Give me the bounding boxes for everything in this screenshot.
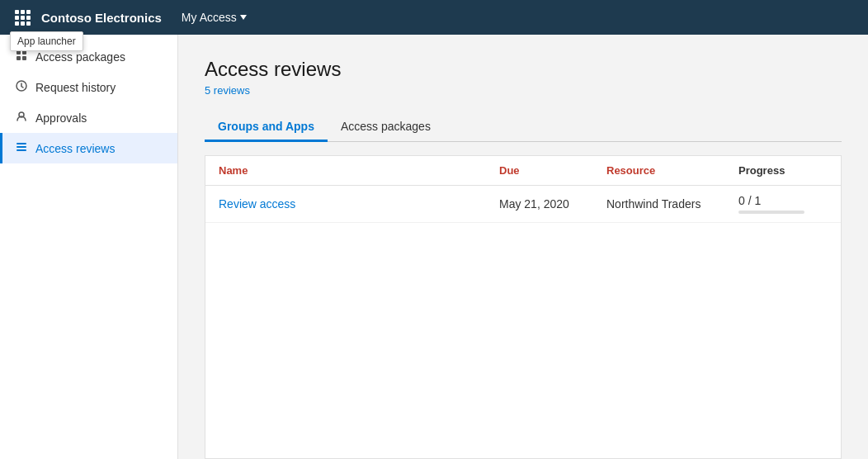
reviews-count[interactable]: 5 reviews <box>205 84 842 97</box>
page-title: Access reviews <box>205 58 842 81</box>
chevron-down-icon <box>240 15 247 20</box>
cell-due: May 21, 2020 <box>486 186 593 223</box>
topnav: App launcher Contoso Electronics My Acce… <box>0 0 868 35</box>
table-header-row: Name Due Resource Progress <box>205 156 841 186</box>
cell-progress: 0 / 1 <box>725 186 841 223</box>
sidebar-label-approvals: Approvals <box>35 111 87 125</box>
sidebar-label-access-reviews: Access reviews <box>35 142 115 155</box>
progress-text: 0 / 1 <box>738 194 828 207</box>
progress-bar-background <box>738 211 804 214</box>
cell-resource: Northwind Traders <box>593 186 725 223</box>
svg-rect-8 <box>17 149 26 151</box>
svg-rect-7 <box>17 146 26 148</box>
sidebar-item-request-history[interactable]: Request history <box>0 72 177 102</box>
approvals-icon <box>16 111 27 125</box>
review-access-link[interactable]: Review access <box>219 197 295 211</box>
table-row: Review access May 21, 2020 Northwind Tra… <box>205 186 841 223</box>
app-launcher-button[interactable]: App launcher <box>10 5 35 30</box>
col-header-due: Due <box>486 156 593 186</box>
svg-rect-2 <box>17 56 21 60</box>
myaccess-label: My Access <box>182 11 237 24</box>
svg-rect-3 <box>22 56 26 60</box>
tabs: Groups and Apps Access packages <box>205 113 842 142</box>
col-header-name: Name <box>205 156 486 186</box>
sidebar-item-access-reviews[interactable]: Access reviews <box>0 133 177 163</box>
app-launcher-tooltip: App launcher <box>10 31 83 51</box>
svg-rect-6 <box>17 143 26 144</box>
request-history-icon <box>16 80 27 94</box>
col-header-resource: Resource <box>593 156 725 186</box>
waffle-icon <box>15 10 31 26</box>
tab-groups-and-apps[interactable]: Groups and Apps <box>205 113 328 142</box>
sidebar-label-request-history: Request history <box>35 81 116 94</box>
main-content: Access reviews 5 reviews Groups and Apps… <box>178 35 868 459</box>
tab-access-packages[interactable]: Access packages <box>328 113 444 142</box>
sidebar-label-access-packages: Access packages <box>35 50 125 64</box>
access-reviews-icon <box>16 141 27 155</box>
myaccess-menu[interactable]: My Access <box>182 11 247 24</box>
reviews-table: Name Due Resource Progress Review access… <box>205 156 841 223</box>
col-header-progress: Progress <box>725 156 841 186</box>
brand-name: Contoso Electronics <box>41 11 162 25</box>
reviews-table-container: Name Due Resource Progress Review access… <box>205 155 842 459</box>
sidebar-item-approvals[interactable]: Approvals <box>0 102 177 133</box>
cell-name: Review access <box>205 186 486 223</box>
progress-container: 0 / 1 <box>738 194 828 214</box>
sidebar: Access packages Request history Approval… <box>0 35 178 459</box>
access-packages-icon <box>16 50 27 64</box>
